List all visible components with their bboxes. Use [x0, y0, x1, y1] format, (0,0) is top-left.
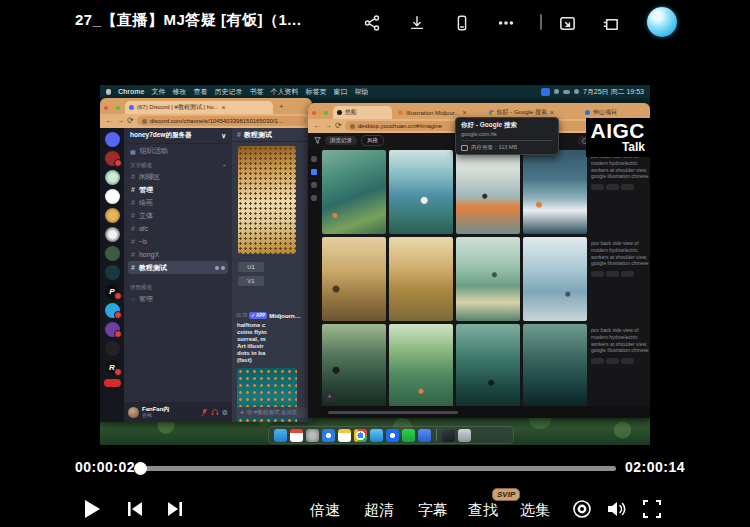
apple-icon: [106, 89, 111, 95]
filter-funnel-icon: [314, 137, 321, 144]
events-icon: ▦: [130, 148, 136, 155]
grid-image: [456, 237, 520, 321]
site-info-icon: [142, 119, 147, 124]
video-surface[interactable]: Chrome 文件 修改 查看 历史记录 书签 个人资料 标签页 窗口 帮助 7…: [100, 85, 650, 445]
find-button[interactable]: 查找: [468, 501, 498, 520]
status-icon: [554, 89, 559, 94]
discord-tab: (67) Discord | #教程测试 | ho... ×: [125, 101, 273, 114]
chevron-down-icon: ∨: [221, 132, 226, 140]
dock-divider: [436, 429, 437, 441]
scrollbar: [328, 411, 458, 414]
bot-name: Midjourney Bot: [269, 313, 303, 319]
app-badge: ✓APP: [249, 312, 267, 319]
discord-channel-sidebar: honey7dew的服务器 ∨ ▦ 组织活动 文字频道 + #闲聊区 #管理 #…: [124, 128, 232, 422]
video-player-app: 27_【直播】MJ答疑 [有饭]（1... Chrome 文件 修改 查看 历史…: [0, 0, 750, 527]
prompt-block: pov back side view of modern hydroelectr…: [591, 327, 649, 364]
video-title: 27_【直播】MJ答疑 [有饭]（1...: [75, 11, 301, 30]
youchuan-app-body: 浏览记录 风格 搜索: [308, 133, 650, 418]
more-icon[interactable]: [494, 11, 518, 35]
volume-icon[interactable]: [606, 499, 627, 519]
menu-history: 历史记录: [214, 87, 242, 97]
aigc-talk-watermark: AIGC Talk: [586, 118, 651, 157]
attach-icon: +: [240, 409, 244, 416]
gallery-bottom-bar: [320, 406, 650, 418]
play-button[interactable]: [84, 499, 101, 519]
bot-message-header: 16:39 ✓APP Midjourney Bot: [236, 312, 310, 319]
upscale-u1-button: U1: [238, 262, 264, 272]
server-icon-r: R: [105, 360, 120, 375]
server-icon-chat: [105, 303, 120, 318]
chrome-icon: [354, 429, 367, 442]
subtitles-button[interactable]: 字幕: [418, 501, 448, 520]
channel-item: #绘画: [128, 196, 228, 209]
screenshot-icon: [442, 429, 455, 442]
sidebar-icon-3: [311, 195, 317, 201]
wechat-icon: [402, 429, 415, 442]
message-input: + 给 #教程测试 发消息: [236, 407, 309, 418]
wifi-icon: [574, 89, 579, 94]
speaker-icon: ◁: [131, 296, 135, 302]
channel-item: #afc: [128, 222, 228, 235]
forward-icon: →: [324, 122, 332, 130]
share-icon[interactable]: [360, 11, 384, 35]
channel-item: #管理: [128, 183, 228, 196]
new-tab-icon: +: [279, 102, 284, 111]
history-filter-pill: 浏览记录: [325, 136, 357, 145]
grid-image: [322, 150, 386, 234]
menu-bookmarks: 书签: [249, 87, 263, 97]
input-method-icon: [541, 88, 550, 96]
menu-window: 窗口: [333, 87, 347, 97]
danmaku-settings-icon[interactable]: [572, 499, 592, 519]
finder-icon: [274, 429, 287, 442]
discord-body: P R honey7dew的服务器 ∨ ▦ 组织活动: [100, 128, 312, 422]
notes-icon: [338, 429, 351, 442]
grid-image: [523, 237, 587, 321]
menu-edit: 修改: [172, 87, 186, 97]
cast-screen-icon[interactable]: [598, 11, 622, 35]
mic-muted-icon: [201, 408, 208, 417]
sidebar-icon-1: [311, 156, 317, 162]
picture-in-picture-icon[interactable]: [555, 11, 579, 35]
menu-profiles: 个人资料: [270, 87, 298, 97]
fullscreen-icon[interactable]: [643, 500, 661, 518]
grid-image: [389, 237, 453, 321]
quality-button[interactable]: 超清: [364, 501, 394, 520]
user-panel-avatar: [128, 407, 139, 418]
grid-image: [389, 324, 453, 408]
prompt-tags: [591, 358, 649, 364]
voice-channel-item: ◁ 管理: [128, 292, 228, 305]
tab2-favicon: [398, 110, 403, 115]
menu-help: 帮助: [354, 87, 368, 97]
site-info-icon: [350, 124, 355, 129]
seek-bar[interactable]: [138, 466, 616, 471]
server-icon-purple: [105, 322, 120, 337]
speed-button[interactable]: 倍速: [310, 501, 340, 520]
tab-close-icon: ×: [221, 104, 225, 111]
prompt-block: pov back side view of modern hydroelectr…: [591, 153, 649, 190]
add-channel-icon: +: [223, 162, 226, 169]
tab4-favicon: [585, 110, 590, 115]
forward-icon: →: [116, 117, 124, 125]
user-avatar[interactable]: [647, 7, 677, 37]
discord-server-rail: P R: [100, 128, 124, 422]
grid-image: [523, 150, 587, 234]
rail-red-pill: [104, 379, 121, 387]
menubar-status-cluster: 7月25日 周二 19:53: [541, 87, 644, 97]
server-icon-teal: [105, 265, 120, 280]
prompt-tags: [591, 184, 649, 190]
next-button[interactable]: [166, 500, 184, 518]
discord-favicon: [129, 105, 134, 110]
episodes-button[interactable]: 选集: [520, 501, 550, 520]
seek-knob[interactable]: [134, 462, 147, 475]
discord-window: (67) Discord | #教程测试 | ho... × + ← → ⟳ d…: [100, 98, 312, 422]
midjourney-image-coins: [238, 146, 296, 254]
macos-dock: [268, 426, 514, 444]
previous-button[interactable]: [126, 500, 144, 518]
mobile-icon[interactable]: [450, 11, 474, 35]
youchuan-favicon: [337, 110, 342, 115]
memory-icon: [461, 145, 468, 151]
download-icon[interactable]: [405, 11, 429, 35]
menu-file: 文件: [151, 87, 165, 97]
calendar-icon: [290, 429, 303, 442]
message-timestamp: 16:39: [236, 313, 247, 318]
